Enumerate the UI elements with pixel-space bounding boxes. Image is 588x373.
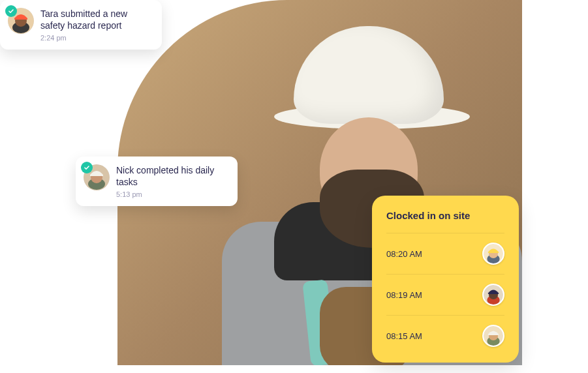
avatar	[482, 325, 504, 347]
avatar	[84, 164, 110, 190]
avatar	[482, 243, 504, 265]
clocked-in-panel: Clocked in on site 08:20 AM 08:19 AM 08:…	[372, 196, 519, 363]
panel-title: Clocked in on site	[386, 210, 504, 221]
notification-message: Tara submitted a new safety hazard repor…	[40, 8, 151, 31]
clock-in-row[interactable]: 08:20 AM	[386, 233, 504, 274]
check-badge-icon	[5, 5, 17, 17]
notification-card[interactable]: Nick completed his daily tasks 5:13 pm	[76, 157, 238, 206]
notification-card[interactable]: Tara submitted a new safety hazard repor…	[0, 0, 162, 50]
clock-in-time: 08:19 AM	[386, 290, 422, 300]
check-badge-icon	[81, 162, 93, 173]
clock-in-time: 08:15 AM	[386, 331, 422, 341]
clock-in-time: 08:20 AM	[386, 249, 422, 259]
clock-in-row[interactable]: 08:19 AM	[386, 274, 504, 315]
notification-time: 5:13 pm	[116, 190, 227, 198]
notification-time: 2:24 pm	[40, 34, 151, 42]
avatar	[8, 8, 34, 34]
notification-message: Nick completed his daily tasks	[116, 164, 227, 188]
avatar	[482, 284, 504, 306]
clock-in-row[interactable]: 08:15 AM	[386, 315, 504, 356]
